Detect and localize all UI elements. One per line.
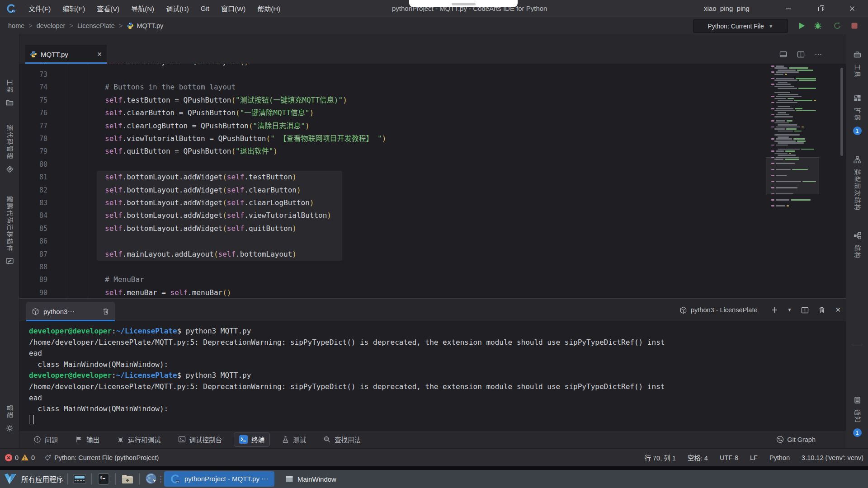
menu-4[interactable]: 调试(D) [160,0,195,17]
interpreter-status[interactable]: Python: Current File (pythonProject) [44,454,159,461]
minimap-line [769,150,816,152]
sidebar-item-tools-label: 工具 [854,64,860,78]
sidebar-item-extensions[interactable]: 扩展1 [846,94,868,135]
editor-tab-mqtt[interactable]: MQTT.py ✕ [25,45,107,64]
minimap-line [769,116,816,117]
os-taskbar: 所有应用程序 $ PYpythonProject - MQTT.py ⋯Main… [0,470,868,488]
editor-scrollbar[interactable] [840,68,843,156]
menu-7[interactable]: 帮助(H) [251,0,286,17]
line-number: 89 [19,273,47,286]
panel-tab-run-debug[interactable]: 运行和调试 [111,432,166,447]
minimap-line [769,66,816,67]
browser-launcher[interactable] [144,471,159,487]
panel-tab-debug-console[interactable]: 调试控制台 [173,432,228,447]
debug-console-icon [178,436,186,443]
cursor-position-status[interactable]: 行 70, 列 1 [644,453,675,462]
code-line-73: 73 [19,68,846,81]
code-text: self.viewTutorialButton = QPushButton(" … [70,132,386,145]
open-preview-icon[interactable] [779,51,787,58]
taskbar-task-mainwindow[interactable]: MainWindow [279,471,343,487]
eol-status[interactable]: LF [750,454,758,461]
git-graph-button[interactable]: Git Graph [776,436,816,443]
sidebar-item-notifications[interactable]: 通知1 [846,396,868,437]
terminal-session-select[interactable]: python3 - LicensePlate [679,306,758,314]
menu-6[interactable]: 窗口(W) [215,0,251,17]
panel-tab-problems[interactable]: 问题 [28,432,63,447]
applications-menu-button[interactable]: 所有应用程序 [4,473,63,485]
language-status[interactable]: Python [769,454,790,461]
code-text: self.clearLogButton = QPushButton("清除日志消… [70,120,310,132]
panel-tab-find-usages[interactable]: 查找用法 [318,432,366,447]
window-app-icon [285,475,293,483]
menu-0[interactable]: 文件(F) [23,0,57,17]
code-line-72: 72 self.bottomLayout = QHBoxLayout() [19,64,846,68]
maximize-button[interactable] [813,0,829,17]
line-number: 75 [19,94,47,107]
breadcrumb-item-0[interactable]: home [8,22,24,29]
line-number: 80 [19,158,47,171]
breadcrumb-item-1[interactable]: developer [37,22,66,29]
svg-text:$: $ [100,475,102,480]
run-button[interactable] [797,21,807,31]
panel-tab-tests[interactable]: 测试 [276,432,311,447]
minimap-line [769,106,816,108]
breadcrumb-item-2[interactable]: LicensePlate [77,22,115,29]
sidebar-item-kunpeng-migration[interactable]: 鲲鹏代码迁移插件 [0,196,19,266]
panel-tab-output[interactable]: 输出 [70,432,105,447]
more-actions-icon[interactable]: ⋯ [815,51,822,58]
menu-3[interactable]: 导航(N) [125,0,160,17]
menu-1[interactable]: 编辑(E) [57,0,91,17]
close-window-button[interactable] [844,0,860,17]
breadcrumb-item-3[interactable]: MQTT.py [137,22,163,29]
minimize-button[interactable] [781,0,796,17]
terminal-tab-python3[interactable]: python3⋯ [26,302,115,321]
minimap-line [769,71,816,73]
kill-terminal-icon[interactable] [102,308,109,315]
minimap-line [769,131,816,132]
line-number: 74 [19,81,47,94]
file-manager-launcher[interactable] [120,471,135,487]
stop-button[interactable] [849,21,859,31]
minimap-viewport-band[interactable] [766,157,819,194]
user-account-label[interactable]: xiao_ping_ping [704,0,750,17]
menu-2[interactable]: 查看(V) [91,0,125,17]
git-graph-icon [776,436,784,443]
encoding-status[interactable]: UTF-8 [720,454,738,461]
close-tab-icon[interactable]: ✕ [97,51,102,58]
python-env-status[interactable]: 3.10.12 ('venv': venv) [802,454,863,461]
indentation-status[interactable]: 空格: 4 [688,453,708,462]
sidebar-item-structure[interactable]: 结构 [846,231,868,259]
terminal-session-icon [679,306,687,314]
menu-5[interactable]: Git [195,0,215,17]
debug-button[interactable] [813,21,823,31]
split-editor-icon[interactable] [797,51,805,58]
minimap-line [769,145,816,146]
sidebar-item-source-control[interactable]: 源代码管理 [0,125,19,174]
code-viewport[interactable]: 72 self.bottomLayout = QHBoxLayout()7374… [19,64,846,298]
run-config-dropdown[interactable]: Python: Current File ▼ [693,19,788,33]
panel-tab-terminal[interactable]: 终端 [234,432,270,447]
terminal-output[interactable]: developer@developer:~/LicensePlate$ pyth… [19,321,846,430]
terminal-line: class MainWindow(QMainWindow): [29,359,846,371]
sidebar-item-extensions-label: 扩展 [854,108,860,122]
terminal-line: ead [29,348,846,359]
svg-text:PY: PY [176,480,179,483]
sidebar-item-type-hierarchy[interactable]: 类型层次结构 [846,155,868,211]
taskbar-task-codearts[interactable]: PYpythonProject - MQTT.py ⋯ [164,471,274,487]
delete-terminal-icon[interactable] [818,306,826,314]
sidebar-item-notifications-badge: 1 [853,428,862,437]
new-terminal-icon[interactable] [771,306,778,314]
restart-button[interactable] [832,21,842,31]
minimap-line [769,128,816,130]
split-terminal-icon[interactable] [801,306,809,314]
problems-status[interactable]: 0 0 [5,454,35,462]
terminal-launcher[interactable]: $ [96,471,111,487]
panel-launcher-keyboard[interactable] [72,471,87,487]
terminal-line: class MainWindow(QMainWindow): [29,404,846,415]
sidebar-item-tools[interactable]: 工具 [846,51,868,78]
sidebar-item-manage[interactable]: 管理 [0,405,19,432]
line-number: 78 [19,132,47,145]
tests-icon [282,436,289,443]
minimap-line [769,197,816,198]
sidebar-item-project[interactable]: 工程 [0,80,19,107]
